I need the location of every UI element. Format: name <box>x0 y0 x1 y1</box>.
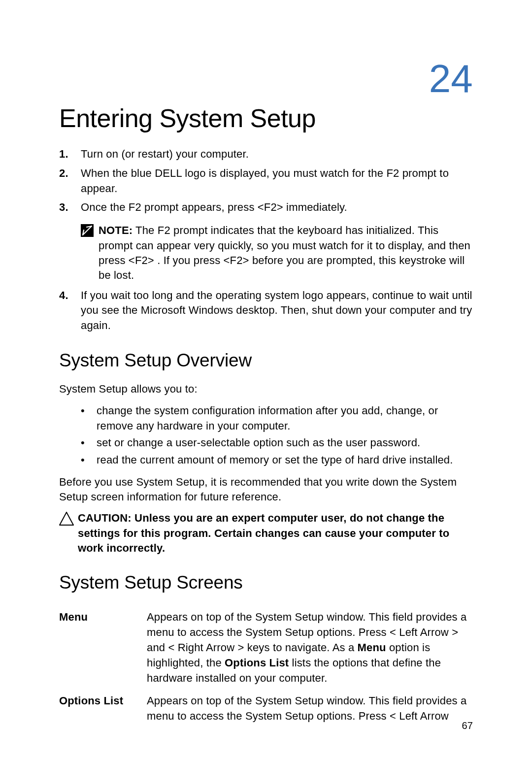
page-number: 67 <box>462 720 473 731</box>
step-number: 4. <box>59 288 81 303</box>
steps-list-continued: 4. If you wait too long and the operatin… <box>59 288 473 333</box>
caution-text: CAUTION: Unless you are an expert comput… <box>78 511 473 556</box>
note-body: The F2 prompt indicates that the keyboar… <box>99 224 470 281</box>
bullet-text: change the system configuration informat… <box>97 403 473 434</box>
step-item: 3. Once the F2 prompt appears, press <F2… <box>59 200 473 215</box>
table-row: Menu Appears on top of the System Setup … <box>59 606 473 690</box>
step-item: 1. Turn on (or restart) your computer. <box>59 147 473 162</box>
bullet-icon: • <box>79 403 97 419</box>
section-heading-overview: System Setup Overview <box>59 350 473 371</box>
chapter-number: 24 <box>59 59 473 99</box>
definition-description: Appears on top of the System Setup windo… <box>147 606 473 690</box>
section-heading-screens: System Setup Screens <box>59 572 473 593</box>
definition-term: Options List <box>59 690 147 728</box>
definition-description: Appears on top of the System Setup windo… <box>147 690 473 728</box>
bullet-text: set or change a user-selectable option s… <box>97 435 473 451</box>
step-number: 3. <box>59 200 81 215</box>
note-text: NOTE: The F2 prompt indicates that the k… <box>99 223 473 283</box>
note-icon <box>81 223 99 241</box>
note-callout: NOTE: The F2 prompt indicates that the k… <box>81 223 473 283</box>
note-label: NOTE: <box>99 224 133 236</box>
step-text: If you wait too long and the operating s… <box>81 288 473 333</box>
steps-list: 1. Turn on (or restart) your computer. 2… <box>59 147 473 215</box>
step-text: When the blue DELL logo is displayed, yo… <box>81 166 473 197</box>
step-text: Once the F2 prompt appears, press <F2> i… <box>81 200 473 215</box>
step-item: 2. When the blue DELL logo is displayed,… <box>59 166 473 197</box>
overview-closing: Before you use System Setup, it is recom… <box>59 475 473 504</box>
step-number: 1. <box>59 147 81 162</box>
page-title: Entering System Setup <box>59 103 473 133</box>
step-item: 4. If you wait too long and the operatin… <box>59 288 473 333</box>
caution-label: CAUTION: <box>78 512 132 524</box>
list-item: • change the system configuration inform… <box>79 403 473 434</box>
caution-icon <box>59 511 78 529</box>
overview-intro: System Setup allows you to: <box>59 382 473 397</box>
table-row: Options List Appears on top of the Syste… <box>59 690 473 728</box>
overview-bullets: • change the system configuration inform… <box>79 403 473 468</box>
definitions-table: Menu Appears on top of the System Setup … <box>59 606 473 728</box>
bullet-icon: • <box>79 453 97 468</box>
step-text: Turn on (or restart) your computer. <box>81 147 473 162</box>
bullet-text: read the current amount of memory or set… <box>97 453 473 468</box>
caution-body: Unless you are an expert computer user, … <box>78 512 449 554</box>
caution-callout: CAUTION: Unless you are an expert comput… <box>59 511 473 556</box>
step-number: 2. <box>59 166 81 181</box>
list-item: • read the current amount of memory or s… <box>79 453 473 468</box>
bullet-icon: • <box>79 435 97 451</box>
document-page: 24 Entering System Setup 1. Turn on (or … <box>0 0 532 761</box>
def-desc-bold: Options List <box>225 657 289 669</box>
definition-term: Menu <box>59 606 147 690</box>
def-desc-bold: Menu <box>358 641 386 654</box>
list-item: • set or change a user-selectable option… <box>79 435 473 451</box>
